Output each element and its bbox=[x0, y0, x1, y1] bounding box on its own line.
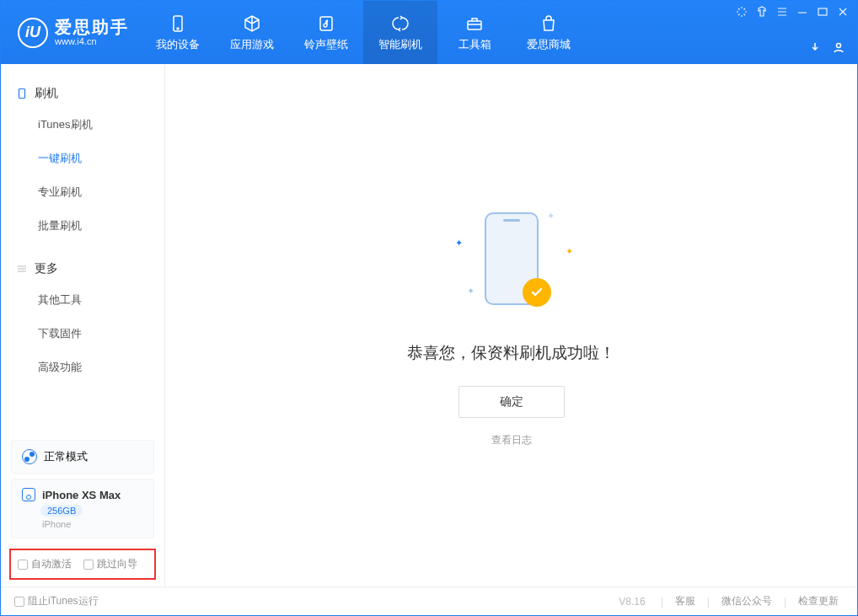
maximize-icon[interactable] bbox=[817, 6, 829, 18]
sidebar-item-pro-flash[interactable]: 专业刷机 bbox=[1, 175, 164, 209]
nav-apps[interactable]: 应用游戏 bbox=[215, 1, 289, 64]
nav-my-device[interactable]: 我的设备 bbox=[141, 1, 215, 64]
nav-ringtones[interactable]: 铃声壁纸 bbox=[289, 1, 363, 64]
refresh-icon bbox=[390, 13, 410, 34]
sidebar-item-download-firmware[interactable]: 下载固件 bbox=[1, 317, 164, 351]
app-url: www.i4.cn bbox=[55, 36, 129, 46]
theme-icon[interactable] bbox=[736, 6, 748, 18]
footer-link-support[interactable]: 客服 bbox=[670, 594, 700, 608]
device-mode-card[interactable]: 正常模式 bbox=[11, 440, 154, 474]
cube-icon bbox=[242, 13, 262, 34]
footer-link-wechat[interactable]: 微信公众号 bbox=[716, 594, 777, 608]
success-illustration: ✦ ✦ ✦ ✦ bbox=[440, 204, 583, 322]
device-small-icon bbox=[22, 488, 35, 501]
svg-point-1 bbox=[177, 28, 179, 29]
bag-icon bbox=[539, 13, 559, 34]
minimize-icon[interactable] bbox=[796, 6, 808, 18]
check-badge-icon bbox=[523, 278, 551, 307]
music-icon bbox=[316, 13, 336, 34]
mode-icon bbox=[22, 449, 37, 464]
device-card[interactable]: iPhone XS Max 256GB iPhone bbox=[11, 479, 154, 538]
sidebar-group-more: 更多 bbox=[1, 254, 164, 283]
body: 刷机 iTunes刷机 一键刷机 专业刷机 批量刷机 更多 其他工具 下载固件 … bbox=[1, 64, 857, 587]
storage-pill: 256GB bbox=[40, 505, 83, 517]
device-name: iPhone XS Max bbox=[42, 489, 121, 501]
nav-store[interactable]: 爱思商城 bbox=[512, 1, 586, 64]
window-controls bbox=[736, 6, 849, 18]
skip-guide-checkbox[interactable]: 跳过向导 bbox=[83, 557, 137, 571]
svg-rect-6 bbox=[19, 89, 25, 99]
footer-link-update[interactable]: 检查更新 bbox=[793, 594, 844, 608]
sparkle-icon: ✦ bbox=[547, 211, 555, 222]
highlight-options: 自动激活 跳过向导 bbox=[9, 549, 156, 580]
skin-icon[interactable] bbox=[756, 6, 768, 18]
main-content: ✦ ✦ ✦ ✦ 恭喜您，保资料刷机成功啦！ 确定 查看日志 bbox=[165, 64, 857, 587]
sidebar-item-batch-flash[interactable]: 批量刷机 bbox=[1, 209, 164, 243]
svg-rect-3 bbox=[468, 21, 481, 29]
main-nav: 我的设备 应用游戏 铃声壁纸 智能刷机 工具箱 爱思商城 bbox=[141, 1, 586, 64]
nav-flash[interactable]: 智能刷机 bbox=[363, 1, 437, 64]
header: iU 爱思助手 www.i4.cn 我的设备 应用游戏 铃声壁纸 智能刷机 bbox=[1, 1, 857, 64]
sidebar-group-flash: 刷机 bbox=[1, 79, 164, 108]
app-title: 爱思助手 bbox=[55, 18, 129, 36]
success-message: 恭喜您，保资料刷机成功啦！ bbox=[407, 342, 615, 364]
ok-button[interactable]: 确定 bbox=[458, 386, 565, 418]
list-icon bbox=[16, 263, 28, 275]
sidebar: 刷机 iTunes刷机 一键刷机 专业刷机 批量刷机 更多 其他工具 下载固件 … bbox=[1, 64, 165, 587]
download-button[interactable] bbox=[808, 40, 822, 57]
sparkle-icon: ✦ bbox=[455, 238, 463, 249]
sparkle-icon: ✦ bbox=[467, 286, 475, 297]
phone-small-icon bbox=[16, 88, 28, 99]
block-itunes-checkbox[interactable]: 阻止iTunes运行 bbox=[14, 594, 99, 608]
sidebar-item-advanced[interactable]: 高级功能 bbox=[1, 351, 164, 384]
sidebar-item-oneclick-flash[interactable]: 一键刷机 bbox=[1, 142, 164, 175]
device-icon bbox=[168, 13, 188, 34]
app-window: iU 爱思助手 www.i4.cn 我的设备 应用游戏 铃声壁纸 智能刷机 bbox=[0, 0, 858, 616]
menu-icon[interactable] bbox=[776, 6, 788, 18]
nav-toolbox[interactable]: 工具箱 bbox=[437, 1, 512, 64]
logo: iU 爱思助手 www.i4.cn bbox=[1, 1, 141, 64]
toolbox-icon bbox=[464, 13, 485, 34]
logo-icon: iU bbox=[18, 18, 48, 48]
sidebar-item-itunes-flash[interactable]: iTunes刷机 bbox=[1, 108, 164, 142]
close-icon[interactable] bbox=[837, 6, 849, 18]
footer: 阻止iTunes运行 V8.16 | 客服 | 微信公众号 | 检查更新 bbox=[1, 587, 857, 615]
version-label: V8.16 bbox=[619, 596, 645, 608]
view-log-link[interactable]: 查看日志 bbox=[491, 433, 532, 447]
sidebar-item-other-tools[interactable]: 其他工具 bbox=[1, 283, 164, 317]
auto-activate-checkbox[interactable]: 自动激活 bbox=[18, 557, 72, 571]
device-type: iPhone bbox=[42, 519, 143, 529]
mode-label: 正常模式 bbox=[44, 449, 88, 464]
sparkle-icon: ✦ bbox=[566, 246, 573, 257]
svg-point-5 bbox=[837, 44, 841, 48]
svg-rect-4 bbox=[818, 8, 827, 15]
account-button[interactable] bbox=[832, 40, 845, 57]
